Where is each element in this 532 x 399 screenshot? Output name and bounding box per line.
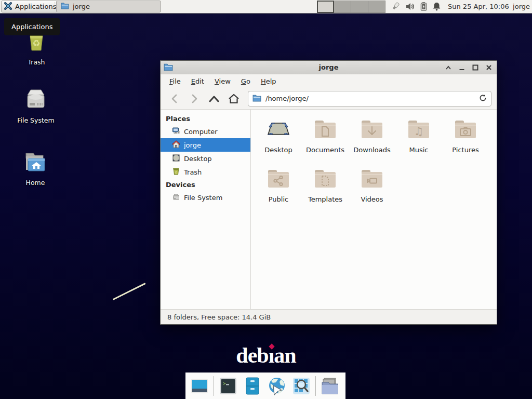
applications-tooltip: Applications — [4, 18, 60, 35]
volume-icon[interactable] — [405, 2, 415, 11]
app-finder-icon[interactable] — [291, 376, 312, 396]
taskbar-window-button[interactable]: jorge — [56, 1, 161, 12]
menu-file[interactable]: File — [165, 76, 185, 87]
workspace-2[interactable] — [334, 1, 351, 13]
sidebar-item-label: Trash — [184, 168, 202, 176]
clipman-icon[interactable] — [391, 2, 401, 11]
window-controls — [444, 61, 494, 74]
applications-menu-label: Applications — [15, 3, 56, 10]
workspace-1[interactable] — [317, 1, 334, 13]
forward-button[interactable] — [185, 91, 203, 107]
menubar: File Edit View Go Help — [161, 74, 497, 88]
up-button[interactable] — [205, 91, 223, 107]
path-folder-icon — [252, 94, 261, 103]
sidebar-item-label: jorge — [184, 141, 201, 149]
battery-icon[interactable] — [420, 2, 428, 11]
sidebar-header-devices: Devices — [161, 179, 250, 191]
window-content: Places Computer — [161, 110, 497, 309]
home-folder-icon — [23, 168, 48, 176]
harddrive-icon — [23, 105, 48, 113]
taskbar-window-label: jorge — [73, 3, 90, 10]
close-button[interactable] — [484, 63, 494, 72]
sidebar-item-label: Computer — [184, 128, 218, 136]
directory-menu-icon[interactable] — [320, 376, 340, 396]
desktop-icon-label: File System — [10, 116, 62, 124]
music-glyph: ♫ — [406, 117, 431, 142]
file-grid: Desktop — [251, 110, 497, 309]
notifications-bell-icon[interactable] — [432, 2, 441, 11]
download-glyph — [360, 117, 384, 142]
file-manager-icon[interactable] — [242, 376, 263, 396]
sidebar-item-desktop[interactable]: Desktop — [161, 152, 250, 165]
path-text[interactable]: /home/jorge/ — [265, 95, 475, 102]
home-button[interactable] — [225, 91, 243, 107]
statusbar-text: 8 folders, Free space: 14.4 GiB — [167, 313, 271, 321]
svg-text:♻: ♻ — [32, 38, 40, 48]
menu-help[interactable]: Help — [256, 76, 281, 87]
panel-username[interactable]: jorge — [513, 0, 530, 13]
sidebar-item-file-system[interactable]: File System — [161, 191, 250, 204]
dock-panel: > — [185, 373, 345, 399]
template-glyph — [313, 166, 338, 191]
share-glyph — [266, 166, 291, 191]
statusbar: 8 folders, Free space: 14.4 GiB — [161, 309, 497, 324]
file-item-videos[interactable]: Videos — [349, 166, 395, 216]
folder-icon — [61, 2, 69, 11]
desktop-icon-home[interactable]: Home — [9, 149, 61, 187]
file-item-public[interactable]: Public — [255, 166, 302, 216]
desktop-icon-label: Home — [9, 179, 61, 187]
file-item-documents[interactable]: Documents — [302, 117, 349, 166]
file-item-desktop[interactable]: Desktop — [255, 117, 302, 166]
sidebar-item-computer[interactable]: Computer — [161, 125, 250, 138]
home-icon — [172, 140, 180, 150]
sidebar-item-label: Desktop — [184, 155, 212, 163]
show-desktop-icon[interactable] — [189, 376, 210, 396]
desktop-icon-file-system[interactable]: File System — [10, 87, 62, 124]
back-button[interactable] — [166, 91, 183, 107]
file-manager-window: jorge File Edit View Go Help — [160, 60, 497, 325]
sidebar: Places Computer — [161, 110, 251, 309]
xfce-logo-icon — [4, 2, 12, 12]
svg-text:>: > — [223, 381, 226, 386]
dock-separator — [315, 376, 316, 396]
maximize-button[interactable] — [471, 63, 480, 72]
reload-icon[interactable] — [479, 94, 487, 103]
file-item-music[interactable]: ♫ Music — [395, 117, 442, 166]
stray-line — [113, 283, 146, 300]
panel-grip-handle[interactable]: ⋮⋮ — [52, 3, 55, 11]
trash-icon: ♻ — [24, 47, 49, 55]
document-glyph — [313, 117, 338, 142]
svg-text:♻: ♻ — [175, 170, 177, 174]
window-titlebar[interactable]: jorge — [161, 61, 497, 74]
file-item-templates[interactable]: Templates — [302, 166, 349, 216]
top-panel: Applications ⋮⋮ jorge — [0, 0, 532, 14]
file-item-downloads[interactable]: Downloads — [349, 117, 395, 166]
sidebar-item-jorge[interactable]: jorge — [161, 138, 250, 152]
sidebar-item-trash[interactable]: ♻ Trash — [161, 165, 250, 179]
menu-view[interactable]: View — [210, 76, 235, 87]
system-tray — [391, 2, 441, 11]
panel-clock[interactable]: Sun 25 Apr, 10:06 — [448, 0, 509, 13]
desktop-special-icon — [266, 136, 291, 143]
camera-glyph — [453, 117, 478, 142]
trash-icon: ♻ — [172, 167, 180, 177]
workspace-4[interactable] — [368, 1, 385, 13]
location-bar[interactable]: /home/jorge/ — [248, 91, 491, 107]
workspace-switcher[interactable] — [317, 1, 385, 13]
desktop-icon — [172, 154, 180, 164]
sidebar-header-places: Places — [161, 113, 250, 125]
toolbar: /home/jorge/ — [161, 88, 497, 110]
computer-icon — [172, 127, 180, 137]
menu-edit[interactable]: Edit — [187, 76, 209, 87]
workspace-3[interactable] — [351, 1, 368, 13]
terminal-icon[interactable]: > — [218, 376, 238, 396]
web-browser-icon[interactable] — [267, 376, 287, 396]
menu-go[interactable]: Go — [236, 76, 255, 87]
drive-icon — [172, 193, 180, 203]
sidebar-item-label: File System — [184, 194, 222, 202]
minimize-button[interactable] — [457, 63, 467, 72]
shade-button[interactable] — [444, 63, 453, 72]
debian-wallpaper-logo: debıan — [0, 343, 532, 368]
file-item-pictures[interactable]: Pictures — [442, 117, 489, 166]
dock-separator — [214, 376, 214, 396]
